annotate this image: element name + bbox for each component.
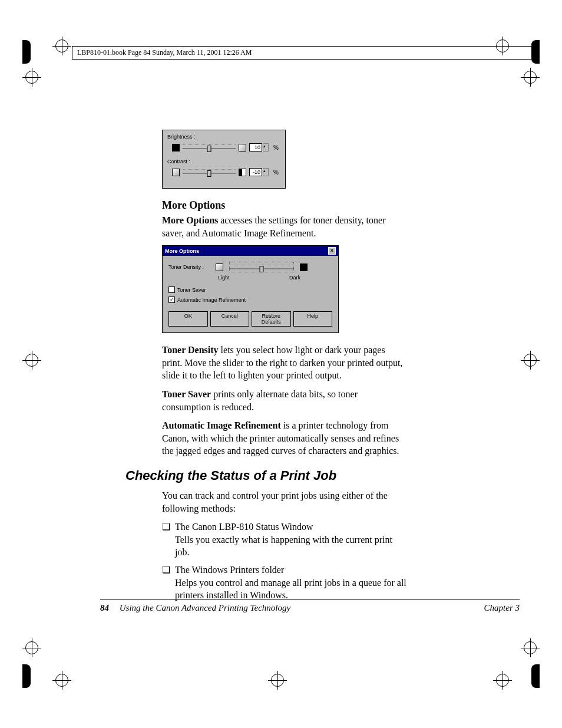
registration-mark [524,71,537,84]
registration-mark [25,354,38,367]
toner-density-label: Toner Density : [168,264,210,270]
contrast-spinner[interactable]: -10 ▴ [249,168,269,176]
registration-mark [496,674,509,687]
registration-mark [25,71,38,84]
restore-defaults-button[interactable]: Restore Defaults [252,311,291,327]
percent-label: % [273,169,279,176]
more-options-desc: More Options accesses the settings for t… [162,214,406,239]
checking-status-heading: Checking the Status of a Print Job [125,468,406,483]
toner-density-row: Toner Density : [168,262,332,272]
spin-buttons[interactable]: ▴ [263,143,269,151]
contrast-slider[interactable] [183,167,236,177]
brightness-row: 10 ▴ % [172,142,280,153]
contrast-value[interactable]: -10 [249,168,262,176]
toner-saver-desc: Toner Saver prints only alternate data b… [162,388,406,413]
light-icon [216,263,223,271]
low-contrast-icon [172,169,180,176]
more-options-heading: More Options [162,199,406,212]
dark-label: Dark [289,275,300,281]
bullet-desc: Tells you exactly what is happening with… [175,533,406,559]
registration-mark [55,39,68,52]
checkbox-icon[interactable] [168,286,175,293]
more-options-term: More Options [162,215,218,225]
frame-header-text: LBP810-01.book Page 84 Sunday, March 11,… [77,48,252,57]
spin-buttons[interactable]: ▴ [263,168,269,176]
close-icon[interactable]: × [328,247,336,255]
brightness-label: Brightness : [167,134,280,140]
light-label: Light [218,275,230,281]
percent-label: % [273,144,279,151]
registration-mark [25,641,38,654]
air-desc: Automatic Image Refinement is a printer … [162,419,406,457]
light-icon [239,144,246,151]
status-intro: You can track and control your print job… [162,489,406,515]
bullet-icon: ❏ [162,521,170,559]
high-contrast-icon [239,169,246,176]
air-label: Automatic Image Refinement [177,297,246,303]
registration-mark [271,674,284,687]
list-item: ❏ The Windows Printers folder Helps you … [162,564,406,602]
bullet-title: The Windows Printers folder [175,564,406,577]
toner-saver-term: Toner Saver [162,389,211,399]
footer-title: Using the Canon Advanced Printing Techno… [120,603,290,612]
dialog-titlebar: More Options × [163,246,338,256]
brightness-spinner[interactable]: 10 ▴ [249,143,269,151]
toner-density-slider[interactable] [229,262,294,272]
crop-bar [531,664,540,688]
help-button[interactable]: Help [293,311,333,327]
bullet-title: The Canon LBP-810 Status Window [175,521,406,533]
page-number: 84 [100,603,109,612]
toner-density-term: Toner Density [162,345,219,355]
frame-header: LBP810-01.book Page 84 Sunday, March 11,… [72,46,540,60]
air-checkbox[interactable]: ✓ Automatic Image Refinement [168,297,332,303]
air-term: Automatic Image Refinement [162,420,281,430]
brightness-value[interactable]: 10 [249,143,262,151]
toner-density-desc: Toner Density lets you select how light … [162,344,406,382]
contrast-label: Contrast : [167,159,280,164]
brightness-contrast-panel: Brightness : 10 ▴ % Contrast : -10 [162,130,286,189]
toner-saver-label: Toner Saver [177,287,206,293]
dark-icon [172,144,180,151]
ok-button[interactable]: OK [168,311,208,327]
bullet-icon: ❏ [162,564,170,602]
registration-mark [524,354,537,367]
dark-icon [300,263,308,271]
crop-bar [22,664,31,688]
registration-mark [55,674,68,687]
cancel-button[interactable]: Cancel [210,311,250,327]
dialog-title: More Options [165,248,199,254]
contrast-row: -10 ▴ % [172,167,280,177]
checkbox-icon[interactable]: ✓ [168,297,175,303]
bullet-desc: Helps you control and manage all print j… [175,577,406,602]
crop-bar [22,40,31,64]
list-item: ❏ The Canon LBP-810 Status Window Tells … [162,521,406,559]
footer-chapter: Chapter 3 [484,603,520,613]
registration-mark [524,641,537,654]
toner-saver-checkbox[interactable]: Toner Saver [168,286,332,293]
page-content: Brightness : 10 ▴ % Contrast : -10 [162,130,406,607]
more-options-dialog: More Options × Toner Density : Light Dar… [162,245,339,333]
page-footer: 84 Using the Canon Advanced Printing Tec… [100,599,520,613]
brightness-slider[interactable] [183,142,236,153]
